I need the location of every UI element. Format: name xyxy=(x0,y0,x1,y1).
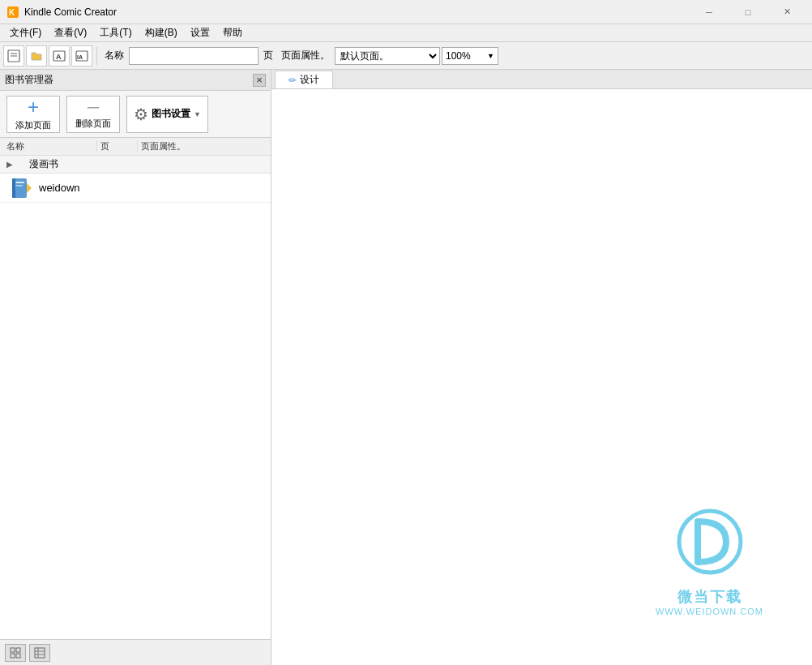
grid-icon xyxy=(10,647,21,659)
add-page-button[interactable]: + 添加页面 xyxy=(6,96,60,133)
svg-rect-14 xyxy=(11,648,15,652)
svg-rect-16 xyxy=(11,654,15,658)
dropdown-arrow-icon: ▼ xyxy=(194,110,201,118)
watermark-url: WWW.WEIDOWN.COM xyxy=(656,607,763,616)
svg-text:K: K xyxy=(9,8,15,17)
menu-view[interactable]: 查看(V) xyxy=(48,24,93,42)
toolbar-btn-2[interactable] xyxy=(26,45,47,66)
zoom-display[interactable]: 100% ▼ xyxy=(442,47,498,65)
book-settings-label: 图书设置 xyxy=(152,107,190,121)
tree-section-header: ▶ 漫画书 xyxy=(0,156,271,174)
svg-rect-18 xyxy=(35,648,45,658)
page-property-label: 页面属性。 xyxy=(278,49,333,62)
list-icon xyxy=(34,647,45,659)
svg-rect-11 xyxy=(15,182,24,183)
remove-page-button[interactable]: ─ 删除页面 xyxy=(66,96,120,133)
svg-rect-12 xyxy=(15,185,23,187)
panel-bottom-btn-1[interactable] xyxy=(5,644,26,662)
col-name-header: 名称 xyxy=(0,140,97,152)
right-panel: ✏ 设计 微当下载 WWW.WEIDOWN.COM xyxy=(271,70,812,665)
book-settings-button[interactable]: ⚙ 图书设置 ▼ xyxy=(126,96,208,133)
watermark-text: 微当下载 xyxy=(677,587,742,607)
menu-file[interactable]: 文件(F) xyxy=(3,24,48,42)
watermark-logo xyxy=(673,505,746,587)
svg-text:A: A xyxy=(56,53,62,61)
book-icon xyxy=(10,177,32,200)
zoom-dropdown-icon: ▼ xyxy=(487,52,494,60)
title-bar-controls: ─ □ ✕ xyxy=(690,0,806,24)
name-label: 名称 xyxy=(101,49,127,62)
add-page-label: 添加页面 xyxy=(15,119,51,131)
zoom-value: 100% xyxy=(446,50,487,62)
tab-label: 设计 xyxy=(300,73,319,87)
panel-columns: 名称 页 页面属性。 xyxy=(0,138,271,156)
menu-settings[interactable]: 设置 xyxy=(184,24,216,42)
new-icon xyxy=(7,49,20,62)
add-icon: + xyxy=(28,97,39,117)
open-icon xyxy=(30,49,43,62)
app-icon: K xyxy=(6,6,19,19)
toolbar-btn-1[interactable] xyxy=(3,45,24,66)
panel-title: 图书管理器 xyxy=(5,73,53,87)
gear-icon: ⚙ xyxy=(134,105,148,124)
watermark: 微当下载 WWW.WEIDOWN.COM xyxy=(656,505,763,616)
menu-build[interactable]: 构建(B) xyxy=(139,24,184,42)
remove-icon: ─ xyxy=(88,99,99,115)
svg-marker-13 xyxy=(27,183,32,193)
text2-icon: IA xyxy=(75,49,88,62)
col-prop-header: 页面属性。 xyxy=(138,140,271,152)
remove-page-label: 删除页面 xyxy=(75,118,111,130)
panel-close-button[interactable]: × xyxy=(253,74,266,87)
col-page-header: 页 xyxy=(97,140,138,152)
title-bar: K Kindle Comic Creator ─ □ ✕ xyxy=(0,0,812,24)
svg-rect-10 xyxy=(12,178,15,198)
panel-header: 图书管理器 × xyxy=(0,70,271,91)
menu-tools[interactable]: 工具(T) xyxy=(93,24,138,42)
toolbar-sep-1 xyxy=(96,47,97,65)
panel-bottom-btn-2[interactable] xyxy=(29,644,50,662)
panel-tree: ▶ 漫画书 weidown xyxy=(0,156,271,639)
close-button[interactable]: ✕ xyxy=(768,0,806,24)
minimize-button[interactable]: ─ xyxy=(690,0,728,24)
page-label: 页 xyxy=(260,49,276,62)
toolbar-btn-4[interactable]: IA xyxy=(71,45,92,66)
tree-section-icon: ▶ xyxy=(6,160,13,169)
panel-toolbar: + 添加页面 ─ 删除页面 ⚙ 图书设置 ▼ xyxy=(0,91,271,138)
svg-rect-17 xyxy=(16,654,20,658)
design-area: 微当下载 WWW.WEIDOWN.COM xyxy=(271,89,812,665)
page-property-select[interactable]: 默认页面。 xyxy=(335,47,440,65)
app-title: Kindle Comic Creator xyxy=(24,6,117,18)
svg-text:IA: IA xyxy=(77,54,83,60)
tree-section-label: 漫画书 xyxy=(29,157,58,171)
title-bar-left: K Kindle Comic Creator xyxy=(6,6,117,19)
book-name: weidown xyxy=(39,182,80,194)
menu-help[interactable]: 帮助 xyxy=(216,24,249,42)
design-tab[interactable]: ✏ 设计 xyxy=(275,71,333,88)
tab-bar: ✏ 设计 xyxy=(271,70,812,89)
left-panel: 图书管理器 × + 添加页面 ─ 删除页面 ⚙ 图书设置 ▼ 名称 页 页面属性… xyxy=(0,70,271,665)
tree-book-item[interactable]: weidown xyxy=(0,174,271,203)
pencil-icon: ✏ xyxy=(288,75,297,86)
maximize-button[interactable]: □ xyxy=(729,0,767,24)
menu-bar: 文件(F) 查看(V) 工具(T) 构建(B) 设置 帮助 xyxy=(0,24,812,42)
text-icon: A xyxy=(53,49,66,62)
panel-bottom xyxy=(0,639,271,665)
toolbar: A IA 名称 页 页面属性。 默认页面。 100% ▼ xyxy=(0,42,812,70)
name-input[interactable] xyxy=(129,47,259,65)
toolbar-btn-3[interactable]: A xyxy=(49,45,70,66)
svg-rect-15 xyxy=(16,648,20,652)
watermark-logo-svg xyxy=(673,505,746,578)
main-container: 图书管理器 × + 添加页面 ─ 删除页面 ⚙ 图书设置 ▼ 名称 页 页面属性… xyxy=(0,70,812,665)
